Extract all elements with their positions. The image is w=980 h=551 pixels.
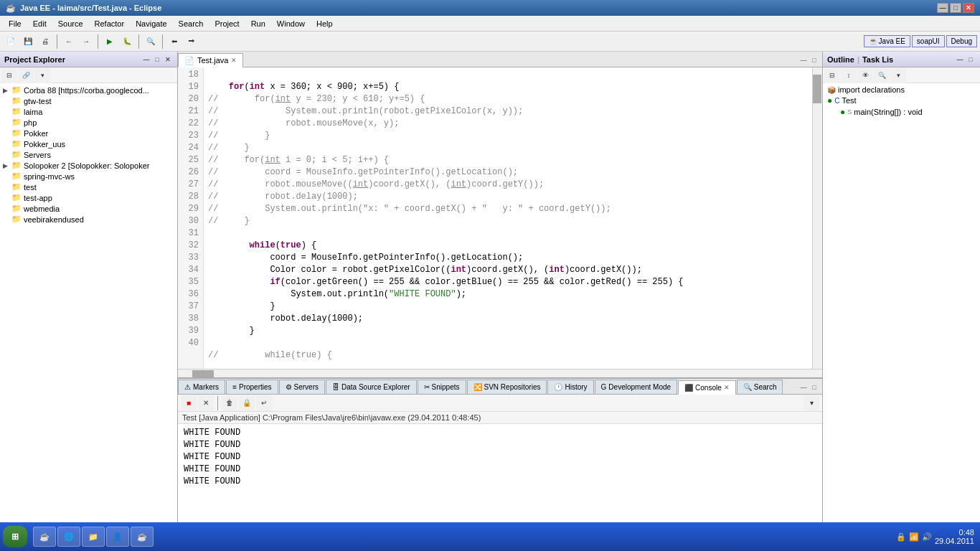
tree-item-pokker-uus[interactable]: 📁 Pokker_uus bbox=[0, 138, 177, 149]
console-menu-btn[interactable]: ▾ bbox=[804, 395, 819, 411]
tree-item-label: Servers bbox=[24, 151, 51, 159]
save-button[interactable]: 💾 bbox=[20, 34, 36, 50]
menu-window[interactable]: Window bbox=[271, 18, 311, 29]
tab-close-btn[interactable]: ✕ bbox=[231, 57, 237, 64]
tab-svn[interactable]: 🔀 SVN Repositories bbox=[467, 380, 547, 394]
system-tray: 🔒 📶 🔊 0:48 29.04.2011 bbox=[896, 528, 977, 545]
outline-min-btn[interactable]: — bbox=[955, 55, 965, 65]
menu-edit[interactable]: Edit bbox=[27, 18, 52, 29]
outline-sort-btn[interactable]: ↕ bbox=[841, 67, 857, 83]
soapui-perspective[interactable]: soapUI bbox=[912, 35, 945, 47]
tree-item-corba[interactable]: ▶ 📁 Corba 88 [https://corba.googlecod... bbox=[0, 85, 177, 95]
search-button[interactable]: 🔍 bbox=[143, 34, 159, 50]
explorer-menu-btn[interactable]: ▾ bbox=[34, 67, 50, 83]
menu-search[interactable]: Search bbox=[173, 18, 209, 29]
tree-item-veebi[interactable]: 📁 veebirakendused bbox=[0, 214, 177, 225]
prev-edit-button[interactable]: ⬅ bbox=[166, 34, 182, 50]
tab-snippets[interactable]: ✂ Snippets bbox=[418, 380, 466, 394]
print-button[interactable]: 🖨 bbox=[37, 34, 53, 50]
taskbar-eclipse-icon: ☕ bbox=[39, 532, 50, 542]
tree-item-webmedia[interactable]: 📁 webmedia bbox=[0, 203, 177, 214]
menu-navigate[interactable]: Navigate bbox=[130, 18, 172, 29]
tab-console[interactable]: ⬛ Console ✕ bbox=[678, 380, 736, 395]
project-explorer-header: Project Explorer — □ ✕ bbox=[0, 52, 177, 67]
taskbar-browser[interactable]: 🌐 bbox=[57, 527, 80, 547]
tree-item-gtw[interactable]: 📁 gtw-test bbox=[0, 95, 177, 106]
browser-icon: 🌐 bbox=[64, 532, 74, 542]
bottom-max-btn[interactable]: □ bbox=[809, 382, 819, 392]
tab-markers[interactable]: ⚠ Markers bbox=[178, 380, 225, 394]
link-editor-btn[interactable]: 🔗 bbox=[18, 67, 34, 83]
search-label: Search bbox=[754, 383, 777, 391]
tree-item-servers[interactable]: 📁 Servers bbox=[0, 149, 177, 160]
tree-item-pokker[interactable]: 📁 Pokker bbox=[0, 128, 177, 138]
word-wrap-btn[interactable]: ↵ bbox=[256, 395, 272, 411]
tab-history[interactable]: 🕐 History bbox=[547, 380, 593, 394]
back-button[interactable]: ← bbox=[61, 34, 77, 50]
forward-button[interactable]: → bbox=[78, 34, 94, 50]
tree-item-testapp[interactable]: 📁 test-app bbox=[0, 192, 177, 203]
stop-btn[interactable]: ■ bbox=[181, 395, 197, 411]
tree-item-php[interactable]: 📁 php bbox=[0, 117, 177, 128]
menu-file[interactable]: File bbox=[3, 18, 27, 29]
outline-menu-btn[interactable]: ▾ bbox=[890, 67, 906, 83]
minimize-button[interactable]: — bbox=[937, 3, 948, 13]
run-button[interactable]: ▶ bbox=[102, 34, 118, 50]
scroll-lock-btn[interactable]: 🔒 bbox=[239, 395, 255, 411]
bottom-min-btn[interactable]: — bbox=[798, 382, 809, 392]
outline-test-class[interactable]: ● C Test bbox=[826, 95, 977, 106]
menu-help[interactable]: Help bbox=[311, 18, 339, 29]
panel-close-btn[interactable]: ✕ bbox=[163, 55, 173, 65]
panel-minimize-btn[interactable]: — bbox=[141, 55, 151, 65]
outline-filter-btn[interactable]: 🔍 bbox=[874, 67, 890, 83]
line-numbers: 1819202122 2324252627 2829303132 3334353… bbox=[178, 67, 204, 369]
clear-btn[interactable]: 🗑 bbox=[222, 395, 237, 411]
debug-button[interactable]: 🐛 bbox=[119, 34, 135, 50]
tab-devmode[interactable]: G Development Mode bbox=[595, 380, 678, 394]
console-icon: ⬛ bbox=[684, 384, 693, 392]
debug-perspective[interactable]: Debug bbox=[946, 35, 977, 47]
console-tab-close[interactable]: ✕ bbox=[724, 384, 730, 391]
code-content[interactable]: for(int x = 360; x < 900; x+=5) { // for… bbox=[204, 67, 812, 369]
tab-datasource[interactable]: 🗄 Data Source Explorer bbox=[326, 380, 417, 394]
outline-max-btn[interactable]: □ bbox=[966, 55, 976, 65]
outline-imports[interactable]: 📦 import declarations bbox=[826, 85, 977, 95]
taskbar-java[interactable]: ☕ bbox=[131, 527, 154, 547]
maximize-button[interactable]: □ bbox=[950, 3, 961, 13]
menu-project[interactable]: Project bbox=[209, 18, 245, 29]
tab-properties[interactable]: ≡ Properties bbox=[226, 380, 278, 394]
next-edit-button[interactable]: ⮕ bbox=[184, 34, 199, 50]
menu-source[interactable]: Source bbox=[52, 18, 89, 29]
tree-item-laima[interactable]: 📁 laima bbox=[0, 106, 177, 117]
tree-item-spring[interactable]: 📁 spring-mvc-ws bbox=[0, 171, 177, 182]
outline-main-method[interactable]: ● S main(String[]) : void bbox=[826, 106, 977, 118]
history-label: History bbox=[565, 383, 587, 391]
new-button[interactable]: 📄 bbox=[3, 34, 19, 50]
taskbar-folder[interactable]: 📁 bbox=[82, 527, 105, 547]
taskbar-user[interactable]: 👤 bbox=[106, 527, 129, 547]
outline-hide-btn[interactable]: 👁 bbox=[857, 67, 873, 83]
tab-search[interactable]: 🔍 Search bbox=[737, 380, 783, 394]
editor-min-btn[interactable]: — bbox=[798, 55, 809, 65]
start-button[interactable]: ⊞ bbox=[3, 526, 27, 547]
remove-btn[interactable]: ✕ bbox=[198, 395, 214, 411]
java-ee-perspective[interactable]: ☕ Java EE bbox=[864, 35, 910, 47]
close-button[interactable]: ✕ bbox=[963, 3, 974, 13]
explorer-toolbar: ⊟ 🔗 ▾ bbox=[0, 67, 177, 83]
editor-scrollbar[interactable] bbox=[812, 67, 822, 369]
taskbar-eclipse[interactable]: ☕ bbox=[33, 527, 56, 547]
tree-item-test[interactable]: 📁 test bbox=[0, 182, 177, 192]
editor-max-btn[interactable]: □ bbox=[809, 55, 819, 65]
tree-item-solopoker[interactable]: ▶ 📁 Solopoker 2 [Solopokker: Solopoker bbox=[0, 160, 177, 171]
tab-test-java[interactable]: 📄 Test.java ✕ bbox=[178, 53, 243, 67]
editor-tabs: 📄 Test.java ✕ — □ bbox=[178, 52, 822, 67]
panel-maximize-btn[interactable]: □ bbox=[152, 55, 162, 65]
collapse-all-btn[interactable]: ⊟ bbox=[1, 67, 17, 83]
code-editor[interactable]: 1819202122 2324252627 2829303132 3334353… bbox=[178, 67, 822, 369]
outline-collapse-btn[interactable]: ⊟ bbox=[824, 67, 840, 83]
menu-refactor[interactable]: Refactor bbox=[89, 18, 131, 29]
console-line: WHITE FOUND bbox=[184, 439, 816, 451]
menu-run[interactable]: Run bbox=[245, 18, 271, 29]
tab-servers[interactable]: ⚙ Servers bbox=[279, 380, 325, 394]
editor-hscrollbar[interactable] bbox=[178, 369, 822, 377]
